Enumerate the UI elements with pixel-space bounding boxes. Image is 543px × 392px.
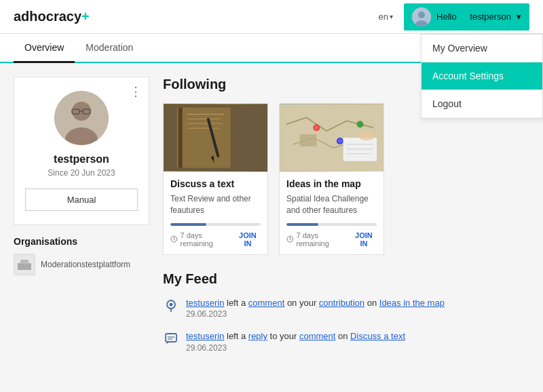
feed-item-1-text: testuserin left a comment on your contri… <box>186 296 445 310</box>
content-area: Following <box>163 77 529 364</box>
svg-rect-31 <box>343 138 377 161</box>
svg-point-27 <box>314 125 318 130</box>
svg-point-30 <box>357 121 364 128</box>
svg-rect-11 <box>20 260 29 264</box>
user-arrow-icon: ▾ <box>517 12 521 22</box>
svg-rect-25 <box>300 134 317 146</box>
logo: adhocracy+ <box>14 9 90 24</box>
feed-link-project-2[interactable]: Discuss a text <box>350 331 405 341</box>
language-selector[interactable]: en ▾ <box>379 12 393 22</box>
card-desc-discuss: Text Review and other feautures <box>170 193 261 216</box>
clock-icon <box>170 235 178 243</box>
card-progress-fill-map <box>286 223 318 226</box>
feed-link-contribution-1[interactable]: contribution <box>319 298 364 308</box>
feed-item-2-content: testuserin left a reply to your comment … <box>186 330 405 353</box>
feed-link-user-1[interactable]: testuserin <box>186 298 224 308</box>
profile-avatar <box>54 91 109 145</box>
hello-text: Hello <box>436 12 457 22</box>
card-body-map: Ideas in the map Spatial Idea Challenge … <box>280 172 383 254</box>
organisations-section: Organisations Moderationstestplattform <box>14 236 149 275</box>
card-progress-bar-discuss <box>170 223 261 226</box>
header-right: en ▾ Hello testperson ▾ <box>379 3 529 31</box>
organisation-item: Moderationstestplattform <box>14 254 149 275</box>
card-time-discuss: 7 days remaining <box>170 231 235 248</box>
svg-point-29 <box>338 139 342 143</box>
feed-link-project-1[interactable]: Ideas in the map <box>379 298 445 308</box>
card-ideas-map: Ideas in the map Spatial Idea Challenge … <box>279 103 384 255</box>
organisation-logo <box>14 254 35 275</box>
avatar <box>412 7 431 26</box>
svg-rect-42 <box>166 334 176 342</box>
dropdown-my-overview[interactable]: My Overview <box>422 35 542 62</box>
dropdown-logout[interactable]: Logout <box>422 90 542 118</box>
card-footer-map: 7 days remaining JOIN IN <box>286 231 377 248</box>
feed-item-1-content: testuserin left a comment on your contri… <box>186 296 445 319</box>
feed-date-1: 29.06.2023 <box>186 309 445 319</box>
profile-since: Since 20 Jun 2023 <box>25 168 138 178</box>
pin-icon <box>163 298 179 314</box>
card-desc-map: Spatial Idea Challenge and other feautur… <box>286 193 377 216</box>
svg-rect-13 <box>177 108 231 168</box>
card-title-discuss: Discuss a text <box>170 178 261 189</box>
chevron-down-icon: ▾ <box>390 13 393 20</box>
feed-section: My Feed testuserin left a comment on you… <box>163 271 529 353</box>
feed-link-comment-2[interactable]: comment <box>299 331 335 341</box>
join-btn-discuss[interactable]: JOIN IN <box>235 231 261 248</box>
feed-title: My Feed <box>163 271 529 287</box>
card-time-map: 7 days remaining <box>286 231 351 248</box>
organisations-title: Organisations <box>14 236 149 247</box>
tab-overview[interactable]: Overview <box>14 34 75 63</box>
feed-item-2: testuserin left a reply to your comment … <box>163 330 529 353</box>
card-progress-fill <box>170 223 206 226</box>
organisation-name: Moderationstestplattform <box>41 260 130 269</box>
card-discuss-text: Discuss a text Text Review and other fea… <box>163 103 268 255</box>
logo-plus: + <box>81 9 90 24</box>
card-progress-bar-map <box>286 223 377 226</box>
dropdown-account-settings[interactable]: Account Settings <box>422 62 542 90</box>
feed-item-2-text: testuserin left a reply to your comment … <box>186 330 405 343</box>
profile-menu-dots[interactable]: ⋮ <box>130 84 142 99</box>
join-btn-map[interactable]: JOIN IN <box>351 231 377 248</box>
svg-rect-14 <box>179 108 183 168</box>
clock-icon-2 <box>286 235 294 243</box>
profile-card: ⋮ testperson Since 20 Jun 2023 Manual <box>14 77 149 225</box>
card-image-map <box>280 104 383 172</box>
feed-link-comment-1[interactable]: comment <box>248 298 284 308</box>
feed-link-reply-2[interactable]: reply <box>248 331 267 341</box>
card-footer-discuss: 7 days remaining JOIN IN <box>170 231 261 248</box>
card-body-discuss: Discuss a text Text Review and other fea… <box>164 172 267 254</box>
profile-name: testperson <box>25 153 138 165</box>
feed-link-user-2[interactable]: testuserin <box>186 331 224 341</box>
svg-point-35 <box>358 132 375 140</box>
sidebar: ⋮ testperson Since 20 Jun 2023 Manual Or… <box>14 77 149 364</box>
card-title-map: Ideas in the map <box>286 178 377 189</box>
user-menu-button[interactable]: Hello testperson ▾ <box>404 3 529 31</box>
user-dropdown-menu: My Overview Account Settings Logout <box>421 34 543 119</box>
svg-point-1 <box>418 12 425 18</box>
svg-point-40 <box>170 302 173 306</box>
svg-rect-10 <box>18 263 31 270</box>
tab-moderation[interactable]: Moderation <box>75 34 144 63</box>
header: adhocracy+ en ▾ Hello testperson ▾ My Ov… <box>0 0 543 34</box>
feed-item-1: testuserin left a comment on your contri… <box>163 296 529 319</box>
username-text: testperson <box>470 12 511 22</box>
feed-date-2: 29.06.2023 <box>186 343 405 353</box>
manual-button[interactable]: Manual <box>25 189 138 211</box>
following-cards: Discuss a text Text Review and other fea… <box>163 103 529 255</box>
card-image-book <box>164 104 267 172</box>
lang-label: en <box>379 12 388 22</box>
comment-icon <box>163 331 179 347</box>
